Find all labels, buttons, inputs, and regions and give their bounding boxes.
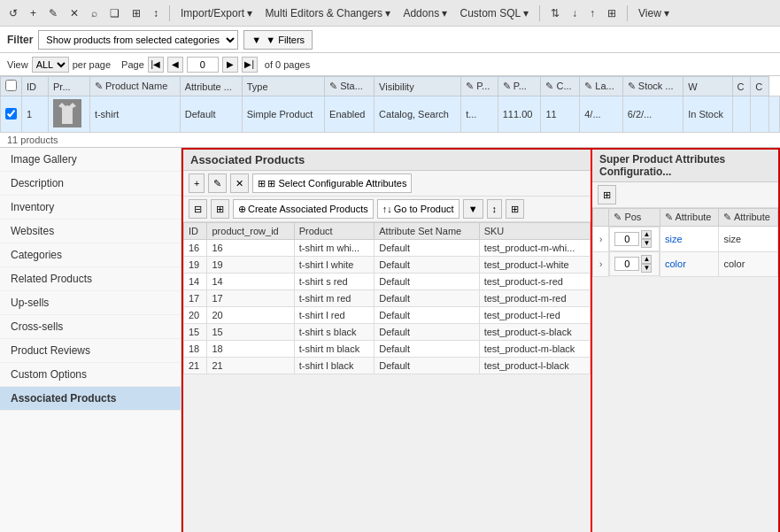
last-page-btn[interactable]: ▶| — [242, 57, 258, 73]
super-table-row[interactable]: › ▲ ▼ color color — [593, 251, 778, 276]
prev-page-btn[interactable]: ◀ — [167, 57, 183, 73]
assoc-row-attr-set: Default — [375, 274, 479, 290]
th-c3[interactable]: C — [751, 77, 769, 96]
th-la[interactable]: ✎ La... — [580, 77, 622, 96]
super-th-attr1[interactable]: ✎ Attribute — [660, 209, 719, 227]
th-product-name[interactable]: ✎ Product Name — [89, 77, 180, 96]
sidebar-image-gallery[interactable]: Image Gallery — [0, 148, 181, 172]
pos-up-btn[interactable]: ▲ — [641, 255, 652, 264]
row-c3 — [768, 96, 779, 133]
addons-btn[interactable]: Addons ▾ — [399, 5, 451, 21]
th-w[interactable]: W — [683, 77, 732, 96]
next-page-btn[interactable]: ▶ — [222, 57, 238, 73]
sidebar-description[interactable]: Description — [0, 172, 181, 196]
super-th-expand — [593, 209, 609, 227]
select-all-checkbox[interactable] — [5, 80, 17, 91]
super-table-row[interactable]: › ▲ ▼ size size — [593, 227, 778, 252]
delete-btn[interactable]: ✕ — [66, 5, 82, 21]
first-page-btn[interactable]: |◀ — [148, 57, 164, 73]
th-attribute[interactable]: Attribute ... — [180, 77, 242, 96]
columns-btn[interactable]: ⊞ — [128, 5, 144, 21]
th-status[interactable]: ✎ Sta... — [325, 77, 375, 96]
th-c[interactable]: ✎ C... — [541, 77, 580, 96]
per-page-select[interactable]: ALL — [32, 57, 69, 73]
assoc-delete-btn[interactable]: ✕ — [230, 173, 249, 193]
sidebar-custom-options[interactable]: Custom Options — [0, 363, 181, 387]
th-p[interactable]: ✎ P... — [461, 77, 498, 96]
th-pr[interactable]: Pr... — [49, 77, 90, 96]
assoc-goto-btn[interactable]: ↑↓ Go to Product — [377, 199, 460, 219]
th-price[interactable]: ✎ P... — [498, 77, 541, 96]
row-checkbox[interactable] — [5, 108, 17, 120]
assoc-table-row[interactable]: 20 20 t-shirt l red Default test_product… — [184, 307, 591, 324]
expand-btn[interactable]: › — [598, 235, 604, 244]
assoc-table-row[interactable]: 14 14 t-shirt s red Default test_product… — [184, 274, 591, 290]
th-c2[interactable]: C — [732, 77, 751, 96]
sort3-btn[interactable]: ↑ — [586, 5, 599, 21]
sort2-btn[interactable]: ↓ — [568, 5, 581, 21]
custom-sql-btn[interactable]: Custom SQL ▾ — [456, 5, 532, 21]
assoc-th-sku[interactable]: SKU — [479, 223, 590, 240]
assoc-copy2-btn[interactable]: ⊞ — [211, 199, 229, 219]
assoc-th-id[interactable]: ID — [184, 223, 207, 240]
super-th-attr2[interactable]: ✎ Attribute — [719, 209, 778, 227]
copy-btn[interactable]: ❑ — [106, 5, 123, 21]
assoc-table-row[interactable]: 16 16 t-shirt m whi... Default test_prod… — [184, 240, 591, 257]
sidebar-associated-products[interactable]: Associated Products — [0, 387, 181, 411]
sidebar-up-sells[interactable]: Up-sells — [0, 291, 181, 315]
assoc-table-row[interactable]: 21 21 t-shirt l black Default test_produ… — [184, 358, 591, 374]
sidebar-categories[interactable]: Categories — [0, 243, 181, 267]
pos-down-btn[interactable]: ▼ — [641, 239, 652, 248]
pos-input[interactable] — [614, 257, 639, 271]
super-row-attr1: size — [660, 227, 719, 252]
assoc-table-row[interactable]: 15 15 t-shirt s black Default test_produ… — [184, 324, 591, 341]
pos-down-btn[interactable]: ▼ — [641, 264, 652, 273]
sidebar-cross-sells[interactable]: Cross-sells — [0, 315, 181, 339]
expand-btn[interactable]: › — [598, 259, 604, 269]
attr1-link[interactable]: color — [665, 258, 686, 269]
assoc-row-id: 16 — [184, 240, 207, 257]
move-btn[interactable]: ↕ — [150, 5, 162, 21]
sidebar-websites[interactable]: Websites — [0, 220, 181, 243]
pos-up-btn[interactable]: ▲ — [641, 230, 652, 239]
th-stock[interactable]: ✎ Stock ... — [622, 77, 683, 96]
super-copy-btn[interactable]: ⊞ — [598, 185, 616, 204]
view-btn[interactable]: View ▾ — [635, 5, 673, 21]
super-th-pos[interactable]: ✎ Pos — [609, 209, 660, 227]
filter-select[interactable]: Show products from selected categories — [38, 30, 238, 50]
assoc-edit-btn[interactable]: ✎ — [208, 173, 227, 193]
assoc-cols-btn[interactable]: ⊞ — [506, 199, 524, 219]
assoc-create-btn[interactable]: ⊕ Create Associated Products — [233, 199, 374, 219]
assoc-th-row-id[interactable]: product_row_id — [207, 223, 294, 240]
assoc-filter-btn[interactable]: ▼ — [463, 199, 483, 219]
sidebar-product-reviews[interactable]: Product Reviews — [0, 339, 181, 363]
grid-btn[interactable]: ⊞ — [604, 5, 620, 21]
edit-btn[interactable]: ✎ — [45, 5, 61, 21]
page-input[interactable] — [187, 57, 219, 73]
assoc-copy1-btn[interactable]: ⊟ — [189, 199, 207, 219]
pos-input[interactable] — [614, 232, 639, 246]
refresh-btn[interactable]: ↺ — [5, 5, 21, 21]
search-btn[interactable]: ⌕ — [88, 5, 101, 21]
sort1-btn[interactable]: ⇅ — [547, 5, 563, 21]
th-type[interactable]: Type — [242, 77, 324, 96]
assoc-table-row[interactable]: 17 17 t-shirt m red Default test_product… — [184, 290, 591, 307]
table-row[interactable]: 1 t-shirt Default Simple Product Enabled… — [1, 96, 780, 133]
assoc-th-product[interactable]: Product — [294, 223, 375, 240]
assoc-table-row[interactable]: 18 18 t-shirt m black Default test_produ… — [184, 341, 591, 358]
assoc-table-row[interactable]: 19 19 t-shirt l white Default test_produ… — [184, 257, 591, 274]
sidebar-related-products[interactable]: Related Products — [0, 267, 181, 291]
multi-editors-btn[interactable]: Multi Editors & Changers ▾ — [261, 5, 394, 21]
filters-btn[interactable]: ▼ ▼ Filters — [243, 30, 313, 50]
assoc-sort-btn[interactable]: ↕ — [487, 199, 503, 219]
attr1-link[interactable]: size — [665, 234, 683, 244]
th-visibility[interactable]: Visibility — [375, 77, 461, 96]
import-export-btn[interactable]: Import/Export ▾ — [177, 5, 256, 21]
assoc-add-btn[interactable]: + — [189, 173, 205, 193]
add-btn[interactable]: + — [27, 5, 40, 21]
super-row-attr2: size — [719, 227, 778, 252]
assoc-th-attr-set[interactable]: Attribute Set Name — [375, 223, 479, 240]
sidebar-inventory[interactable]: Inventory — [0, 196, 181, 220]
th-id[interactable]: ID — [22, 77, 49, 96]
assoc-select-attrs-btn[interactable]: ⊞ ⊞ Select Configurable Attributes — [252, 173, 412, 193]
